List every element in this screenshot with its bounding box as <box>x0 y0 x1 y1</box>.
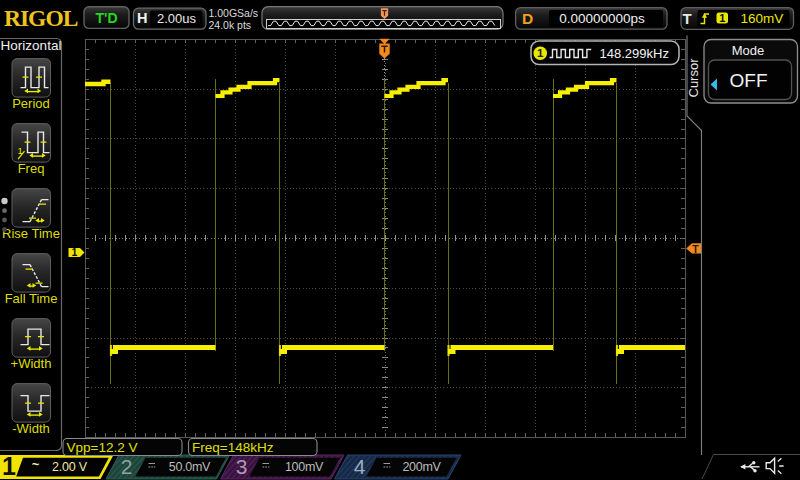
svg-text:2.00us: 2.00us <box>157 11 197 26</box>
svg-text:1: 1 <box>719 12 725 24</box>
svg-text:Rise Time: Rise Time <box>2 226 60 241</box>
svg-text:2.00 V: 2.00 V <box>52 460 88 474</box>
svg-text:2: 2 <box>121 455 133 478</box>
svg-text:Mode: Mode <box>732 43 765 58</box>
svg-text:Fall Time: Fall Time <box>5 291 58 306</box>
svg-text:~: ~ <box>32 457 40 472</box>
svg-text:3: 3 <box>236 455 248 478</box>
svg-text:100mV: 100mV <box>285 460 324 474</box>
svg-text:T'D: T'D <box>96 10 118 26</box>
svg-text:T: T <box>683 10 692 27</box>
svg-text:Vpp=12.2 V: Vpp=12.2 V <box>67 440 138 455</box>
svg-text:Cursor: Cursor <box>686 58 701 98</box>
svg-text:+Width: +Width <box>11 356 52 371</box>
svg-text:T: T <box>692 243 699 255</box>
svg-text:H: H <box>137 10 147 26</box>
svg-text:Freq=148kHz: Freq=148kHz <box>192 440 274 455</box>
svg-text:160mV: 160mV <box>741 11 784 26</box>
svg-text:OFF: OFF <box>730 70 768 91</box>
svg-text:D: D <box>522 10 533 27</box>
svg-text:Freq: Freq <box>18 161 45 176</box>
svg-text:50.0mV: 50.0mV <box>169 460 211 474</box>
svg-text:148.299kHz: 148.299kHz <box>600 46 669 61</box>
svg-text:1: 1 <box>72 246 78 258</box>
svg-text:0.00000000ps: 0.00000000ps <box>559 11 645 26</box>
svg-text:Horizontal: Horizontal <box>1 38 62 53</box>
svg-text:4: 4 <box>354 455 366 478</box>
svg-text:-Width: -Width <box>12 421 50 436</box>
svg-text:1: 1 <box>2 452 16 480</box>
svg-text:200mV: 200mV <box>402 460 441 474</box>
svg-text:1.00GSa/s: 1.00GSa/s <box>209 7 259 19</box>
svg-text:1: 1 <box>537 47 544 59</box>
svg-text:RIGOL: RIGOL <box>4 5 78 31</box>
svg-text:Period: Period <box>12 96 50 111</box>
svg-text:24.0k pts: 24.0k pts <box>209 19 252 31</box>
